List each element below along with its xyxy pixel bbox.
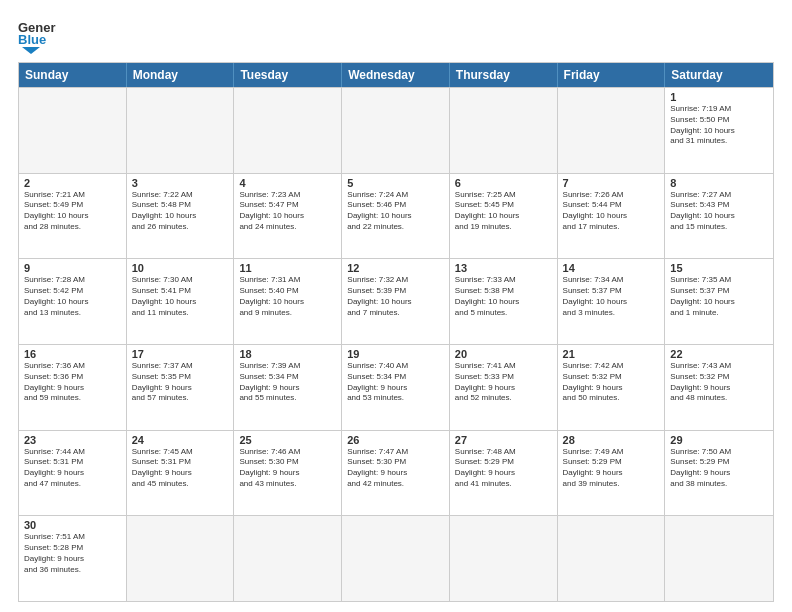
calendar-cell	[450, 88, 558, 173]
sun-info: Sunrise: 7:21 AM Sunset: 5:49 PM Dayligh…	[24, 190, 121, 233]
calendar-cell: 12Sunrise: 7:32 AM Sunset: 5:39 PM Dayli…	[342, 259, 450, 344]
sun-info: Sunrise: 7:22 AM Sunset: 5:48 PM Dayligh…	[132, 190, 229, 233]
calendar-cell	[127, 88, 235, 173]
day-number: 12	[347, 262, 444, 274]
calendar-cell: 28Sunrise: 7:49 AM Sunset: 5:29 PM Dayli…	[558, 431, 666, 516]
calendar-cell: 24Sunrise: 7:45 AM Sunset: 5:31 PM Dayli…	[127, 431, 235, 516]
sun-info: Sunrise: 7:43 AM Sunset: 5:32 PM Dayligh…	[670, 361, 768, 404]
day-number: 17	[132, 348, 229, 360]
calendar-cell	[234, 88, 342, 173]
day-number: 26	[347, 434, 444, 446]
sun-info: Sunrise: 7:33 AM Sunset: 5:38 PM Dayligh…	[455, 275, 552, 318]
calendar: SundayMondayTuesdayWednesdayThursdayFrid…	[18, 62, 774, 602]
calendar-cell	[234, 516, 342, 601]
calendar-cell: 22Sunrise: 7:43 AM Sunset: 5:32 PM Dayli…	[665, 345, 773, 430]
weekday-header: Monday	[127, 63, 235, 87]
calendar-cell: 15Sunrise: 7:35 AM Sunset: 5:37 PM Dayli…	[665, 259, 773, 344]
calendar-row: 9Sunrise: 7:28 AM Sunset: 5:42 PM Daylig…	[19, 258, 773, 344]
calendar-cell: 2Sunrise: 7:21 AM Sunset: 5:49 PM Daylig…	[19, 174, 127, 259]
calendar-cell: 5Sunrise: 7:24 AM Sunset: 5:46 PM Daylig…	[342, 174, 450, 259]
calendar-cell: 18Sunrise: 7:39 AM Sunset: 5:34 PM Dayli…	[234, 345, 342, 430]
sun-info: Sunrise: 7:47 AM Sunset: 5:30 PM Dayligh…	[347, 447, 444, 490]
day-number: 8	[670, 177, 768, 189]
sun-info: Sunrise: 7:36 AM Sunset: 5:36 PM Dayligh…	[24, 361, 121, 404]
day-number: 13	[455, 262, 552, 274]
sun-info: Sunrise: 7:25 AM Sunset: 5:45 PM Dayligh…	[455, 190, 552, 233]
day-number: 29	[670, 434, 768, 446]
sun-info: Sunrise: 7:34 AM Sunset: 5:37 PM Dayligh…	[563, 275, 660, 318]
calendar-cell: 1Sunrise: 7:19 AM Sunset: 5:50 PM Daylig…	[665, 88, 773, 173]
sun-info: Sunrise: 7:27 AM Sunset: 5:43 PM Dayligh…	[670, 190, 768, 233]
calendar-cell	[450, 516, 558, 601]
calendar-cell: 19Sunrise: 7:40 AM Sunset: 5:34 PM Dayli…	[342, 345, 450, 430]
day-number: 24	[132, 434, 229, 446]
day-number: 18	[239, 348, 336, 360]
page: General Blue SundayMondayTuesdayWednesda…	[0, 0, 792, 612]
day-number: 10	[132, 262, 229, 274]
day-number: 7	[563, 177, 660, 189]
day-number: 15	[670, 262, 768, 274]
calendar-cell	[558, 88, 666, 173]
svg-marker-2	[22, 47, 40, 54]
day-number: 6	[455, 177, 552, 189]
sun-info: Sunrise: 7:51 AM Sunset: 5:28 PM Dayligh…	[24, 532, 121, 575]
sun-info: Sunrise: 7:30 AM Sunset: 5:41 PM Dayligh…	[132, 275, 229, 318]
calendar-cell: 11Sunrise: 7:31 AM Sunset: 5:40 PM Dayli…	[234, 259, 342, 344]
calendar-cell	[342, 516, 450, 601]
calendar-cell: 21Sunrise: 7:42 AM Sunset: 5:32 PM Dayli…	[558, 345, 666, 430]
calendar-cell	[342, 88, 450, 173]
sun-info: Sunrise: 7:49 AM Sunset: 5:29 PM Dayligh…	[563, 447, 660, 490]
calendar-cell: 26Sunrise: 7:47 AM Sunset: 5:30 PM Dayli…	[342, 431, 450, 516]
calendar-row: 1Sunrise: 7:19 AM Sunset: 5:50 PM Daylig…	[19, 87, 773, 173]
day-number: 3	[132, 177, 229, 189]
calendar-cell	[127, 516, 235, 601]
calendar-row: 30Sunrise: 7:51 AM Sunset: 5:28 PM Dayli…	[19, 515, 773, 601]
sun-info: Sunrise: 7:40 AM Sunset: 5:34 PM Dayligh…	[347, 361, 444, 404]
calendar-cell: 14Sunrise: 7:34 AM Sunset: 5:37 PM Dayli…	[558, 259, 666, 344]
calendar-body: 1Sunrise: 7:19 AM Sunset: 5:50 PM Daylig…	[19, 87, 773, 601]
day-number: 19	[347, 348, 444, 360]
sun-info: Sunrise: 7:48 AM Sunset: 5:29 PM Dayligh…	[455, 447, 552, 490]
sun-info: Sunrise: 7:35 AM Sunset: 5:37 PM Dayligh…	[670, 275, 768, 318]
sun-info: Sunrise: 7:37 AM Sunset: 5:35 PM Dayligh…	[132, 361, 229, 404]
calendar-cell: 17Sunrise: 7:37 AM Sunset: 5:35 PM Dayli…	[127, 345, 235, 430]
weekday-header: Friday	[558, 63, 666, 87]
day-number: 4	[239, 177, 336, 189]
sun-info: Sunrise: 7:23 AM Sunset: 5:47 PM Dayligh…	[239, 190, 336, 233]
sun-info: Sunrise: 7:24 AM Sunset: 5:46 PM Dayligh…	[347, 190, 444, 233]
calendar-cell: 29Sunrise: 7:50 AM Sunset: 5:29 PM Dayli…	[665, 431, 773, 516]
calendar-cell	[665, 516, 773, 601]
calendar-header: SundayMondayTuesdayWednesdayThursdayFrid…	[19, 63, 773, 87]
weekday-header: Tuesday	[234, 63, 342, 87]
logo-icon: General Blue	[18, 18, 56, 54]
day-number: 1	[670, 91, 768, 103]
calendar-cell: 6Sunrise: 7:25 AM Sunset: 5:45 PM Daylig…	[450, 174, 558, 259]
day-number: 11	[239, 262, 336, 274]
weekday-header: Sunday	[19, 63, 127, 87]
day-number: 16	[24, 348, 121, 360]
sun-info: Sunrise: 7:42 AM Sunset: 5:32 PM Dayligh…	[563, 361, 660, 404]
day-number: 20	[455, 348, 552, 360]
calendar-cell: 27Sunrise: 7:48 AM Sunset: 5:29 PM Dayli…	[450, 431, 558, 516]
day-number: 2	[24, 177, 121, 189]
calendar-cell: 7Sunrise: 7:26 AM Sunset: 5:44 PM Daylig…	[558, 174, 666, 259]
sun-info: Sunrise: 7:31 AM Sunset: 5:40 PM Dayligh…	[239, 275, 336, 318]
day-number: 22	[670, 348, 768, 360]
sun-info: Sunrise: 7:28 AM Sunset: 5:42 PM Dayligh…	[24, 275, 121, 318]
sun-info: Sunrise: 7:45 AM Sunset: 5:31 PM Dayligh…	[132, 447, 229, 490]
weekday-header: Wednesday	[342, 63, 450, 87]
sun-info: Sunrise: 7:26 AM Sunset: 5:44 PM Dayligh…	[563, 190, 660, 233]
calendar-cell: 25Sunrise: 7:46 AM Sunset: 5:30 PM Dayli…	[234, 431, 342, 516]
day-number: 25	[239, 434, 336, 446]
calendar-cell: 8Sunrise: 7:27 AM Sunset: 5:43 PM Daylig…	[665, 174, 773, 259]
sun-info: Sunrise: 7:32 AM Sunset: 5:39 PM Dayligh…	[347, 275, 444, 318]
sun-info: Sunrise: 7:46 AM Sunset: 5:30 PM Dayligh…	[239, 447, 336, 490]
calendar-row: 16Sunrise: 7:36 AM Sunset: 5:36 PM Dayli…	[19, 344, 773, 430]
logo: General Blue	[18, 18, 56, 54]
sun-info: Sunrise: 7:44 AM Sunset: 5:31 PM Dayligh…	[24, 447, 121, 490]
sun-info: Sunrise: 7:41 AM Sunset: 5:33 PM Dayligh…	[455, 361, 552, 404]
header: General Blue	[18, 18, 774, 54]
calendar-cell: 3Sunrise: 7:22 AM Sunset: 5:48 PM Daylig…	[127, 174, 235, 259]
calendar-cell	[558, 516, 666, 601]
svg-text:Blue: Blue	[18, 32, 46, 47]
